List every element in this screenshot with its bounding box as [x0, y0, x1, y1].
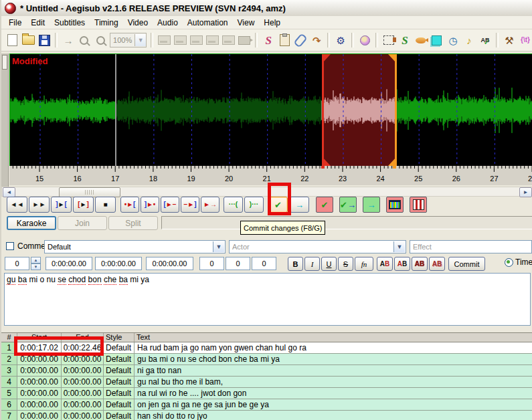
play-current-line-button[interactable]: [►]: [73, 197, 94, 213]
fonts-collector-icon[interactable]: [357, 32, 372, 48]
grid-header-text[interactable]: Text: [135, 333, 532, 342]
cell-text[interactable]: Ha rud bam ja go nam yon gwen chan hul g…: [135, 342, 532, 353]
table-row[interactable]: 40:00:00.000:00:00.00Defaultgu nal bu th…: [1, 377, 532, 388]
effect-input[interactable]: Effect: [410, 240, 532, 253]
play-last-500ms-button[interactable]: −►]: [181, 197, 199, 213]
font-name-button[interactable]: fn: [355, 257, 373, 271]
cell-number[interactable]: 5: [1, 388, 17, 399]
zoom-out-icon[interactable]: [93, 32, 108, 48]
karaoke-button[interactable]: Karaoke: [7, 216, 56, 230]
cell-end[interactable]: 0:00:00.00: [62, 377, 104, 387]
cell-style[interactable]: Default: [104, 388, 135, 399]
cell-start[interactable]: 0:00:00.00: [17, 377, 62, 387]
hammer-icon[interactable]: ⚒: [502, 32, 517, 48]
stop-button[interactable]: ■: [95, 197, 116, 213]
automation-manager-icon[interactable]: ⚙: [333, 32, 348, 48]
layer-field[interactable]: 0: [5, 257, 29, 270]
auto-commit-toggle[interactable]: ✔: [316, 197, 333, 213]
menu-audio[interactable]: Audio: [153, 17, 183, 29]
audio-scrollbar[interactable]: ◄ ►: [1, 187, 532, 197]
play-to-end-button[interactable]: ►→: [201, 197, 219, 213]
scrollbar-thumb[interactable]: [59, 187, 120, 197]
subtitle-text-editor[interactable]: gu ba mi o nu se chod bon che ba mi ya: [4, 273, 531, 326]
spell-checker-icon[interactable]: AB: [478, 32, 493, 48]
primary-color-button[interactable]: AB: [377, 257, 393, 271]
title-bar[interactable]: * Untitled - Aegisub v2.1.6 RELEASE PREV…: [1, 0, 532, 17]
split-button[interactable]: Split: [108, 216, 158, 230]
zoom-slider-thumb[interactable]: [2, 55, 7, 70]
chevron-down-icon[interactable]: ▼: [393, 241, 405, 252]
spin-down-icon[interactable]: ▼: [31, 264, 41, 270]
video-set-start-icon[interactable]: [189, 32, 203, 48]
spectrum-analyzer-toggle[interactable]: [386, 197, 404, 213]
play-rewind-button[interactable]: ◄◄: [7, 197, 27, 213]
comment-checkbox[interactable]: [6, 242, 14, 250]
menu-timing[interactable]: Timing: [90, 17, 123, 29]
lead-out-button[interactable]: )···: [244, 197, 264, 213]
end-time-field[interactable]: 0:00:00.00: [95, 257, 142, 270]
cell-number[interactable]: 7: [1, 411, 17, 420]
shift-times-icon[interactable]: ↷: [309, 32, 324, 48]
scroll-left-arrow[interactable]: ◄: [3, 187, 15, 197]
translation-assistant-icon[interactable]: [414, 32, 428, 48]
strikeout-button[interactable]: S: [338, 257, 353, 271]
menu-help[interactable]: Help: [259, 17, 285, 29]
cell-start[interactable]: 0:00:00.00: [17, 411, 62, 420]
auto-scroll-toggle[interactable]: →: [363, 197, 380, 213]
chevron-down-icon[interactable]: ▼: [135, 34, 146, 46]
video-subtitles-icon[interactable]: [221, 32, 236, 48]
cell-end[interactable]: 0:00:00.00: [62, 399, 104, 410]
lead-in-button[interactable]: ···(: [224, 197, 243, 213]
outline-color-button[interactable]: AB: [412, 257, 428, 271]
open-file-icon[interactable]: [21, 32, 35, 48]
menu-file[interactable]: File: [4, 17, 26, 29]
cell-start[interactable]: 0:00:00.00: [17, 388, 62, 399]
time-radio[interactable]: [505, 258, 513, 267]
new-file-icon[interactable]: [5, 32, 19, 48]
join-button[interactable]: Join: [58, 216, 107, 230]
video-snap-start-icon[interactable]: [157, 32, 171, 48]
zoom-in-icon[interactable]: [77, 32, 92, 48]
underline-button[interactable]: U: [321, 257, 337, 271]
scroll-right-arrow[interactable]: ►: [519, 187, 532, 197]
cell-number[interactable]: 3: [1, 365, 17, 376]
cell-style[interactable]: Default: [104, 365, 135, 376]
play-selection-button[interactable]: ]►[: [51, 197, 72, 213]
menu-video[interactable]: Video: [123, 17, 153, 29]
styles-manager-icon[interactable]: S: [261, 32, 276, 48]
cell-end[interactable]: 0:00:00.00: [62, 388, 104, 399]
margin-right-field[interactable]: 0: [226, 257, 250, 270]
attachments-icon[interactable]: [293, 32, 308, 48]
spin-up-icon[interactable]: ▲: [31, 257, 41, 264]
video-snap-end-icon[interactable]: [173, 32, 187, 48]
save-file-icon[interactable]: [37, 32, 52, 48]
cell-style[interactable]: Default: [104, 354, 135, 364]
medusa-timing-toggle[interactable]: [410, 197, 427, 213]
cell-text[interactable]: ni ga tto nan: [135, 365, 532, 376]
video-set-end-icon[interactable]: [205, 32, 219, 48]
cell-number[interactable]: 6: [1, 399, 17, 410]
cell-style[interactable]: Default: [104, 377, 135, 387]
duration-field[interactable]: 0:00:00.00: [146, 257, 193, 270]
timing-clock-icon[interactable]: ◷: [446, 32, 460, 48]
play-first-500ms-button[interactable]: [►−: [161, 197, 179, 213]
start-time-field[interactable]: 0:00:00.00: [46, 257, 92, 270]
play-forward-button[interactable]: ►►: [29, 197, 50, 213]
layer-spinner[interactable]: ▲▼: [31, 257, 41, 270]
cell-style[interactable]: Default: [104, 342, 135, 353]
cell-style[interactable]: Default: [104, 399, 135, 410]
menu-view[interactable]: View: [233, 17, 260, 29]
auto-next-line-toggle[interactable]: ✔→: [339, 197, 357, 213]
actor-combobox[interactable]: Actor ▼: [229, 240, 406, 253]
bold-button[interactable]: B: [288, 257, 303, 271]
kanji-timer-icon[interactable]: ♪: [462, 32, 476, 48]
cell-style[interactable]: Default: [104, 411, 135, 420]
select-lines-icon[interactable]: [381, 32, 396, 48]
zoom-level-combo[interactable]: 100%▼: [110, 33, 147, 47]
italic-button[interactable]: I: [304, 257, 320, 271]
chevron-down-icon[interactable]: ▼: [213, 241, 224, 252]
cell-text[interactable]: gu ba mi o nu se chod bon che ba mi ya: [135, 354, 532, 364]
table-row[interactable]: 70:00:00.000:00:00.00Defaulthan shi do t…: [1, 411, 532, 420]
timing-postprocessor-icon[interactable]: S: [397, 32, 412, 48]
jump-arrow-icon[interactable]: →: [61, 32, 76, 48]
